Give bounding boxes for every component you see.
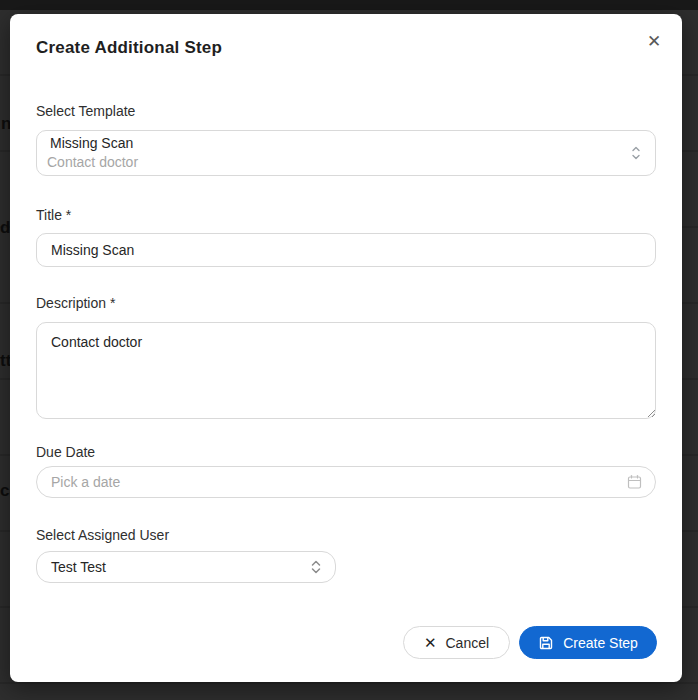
close-icon[interactable]: ✕ <box>638 26 670 58</box>
unfold-chevrons-icon <box>630 146 642 160</box>
cancel-button[interactable]: ✕ Cancel <box>403 626 510 659</box>
title-input[interactable] <box>36 233 656 267</box>
assigned-user-label: Select Assigned User <box>36 527 169 543</box>
create-step-button-label: Create Step <box>563 635 638 651</box>
assigned-user-select[interactable]: Test Test <box>36 551 336 583</box>
create-step-button[interactable]: Create Step <box>519 626 657 659</box>
description-textarea[interactable]: Contact doctor <box>36 322 656 419</box>
title-label: Title * <box>36 207 71 223</box>
modal-title: Create Additional Step <box>36 38 222 58</box>
assigned-user-select-value: Test Test <box>51 559 106 575</box>
save-icon <box>538 635 554 651</box>
due-date-field <box>36 466 656 498</box>
template-select-description: Contact doctor <box>37 153 655 172</box>
description-label: Description * <box>36 295 115 311</box>
cancel-button-label: Cancel <box>445 635 489 651</box>
due-date-input[interactable] <box>37 467 655 497</box>
template-label: Select Template <box>36 103 135 119</box>
background-text-fragment: d <box>0 218 10 238</box>
screen: n d tt ca Create Additional Step ✕ Selec… <box>0 0 698 700</box>
due-date-label: Due Date <box>36 444 95 460</box>
unfold-chevrons-icon <box>310 560 322 574</box>
cancel-x-icon: ✕ <box>424 635 437 650</box>
background-topbar <box>0 0 698 10</box>
template-select-value: Missing Scan <box>37 134 655 153</box>
calendar-icon[interactable] <box>627 475 642 490</box>
create-additional-step-modal: Create Additional Step ✕ Select Template… <box>10 14 682 682</box>
template-select[interactable]: Missing Scan Contact doctor <box>36 130 656 176</box>
